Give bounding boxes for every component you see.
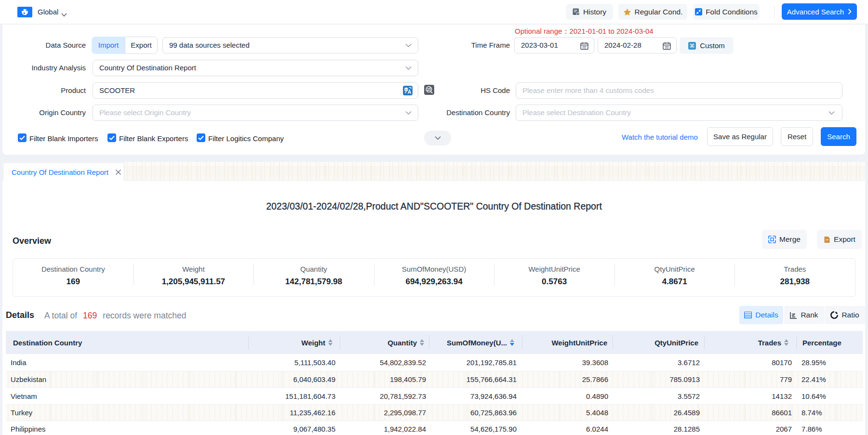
svg-text:⌘: ⌘ [690, 43, 695, 49]
